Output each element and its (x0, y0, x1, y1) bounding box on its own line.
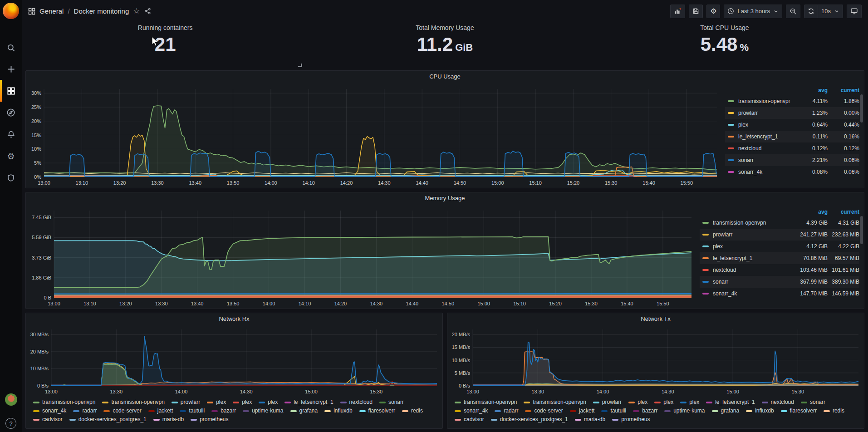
legend-row-le_letsencrypt_1[interactable]: le_letsencrypt_170.86 MiB69.57 MiB (700, 252, 859, 264)
legend-row-sonarr[interactable]: sonarr2.21%0.06% (725, 154, 859, 166)
legend-row-nextcloud[interactable]: nextcloud0.12%0.12% (725, 142, 859, 154)
legend-row-plex[interactable]: plex4.12 GiB4.22 GiB (700, 241, 859, 252)
legend-item-prowlarr[interactable]: prowlarr (593, 398, 622, 407)
breadcrumb-folder[interactable]: General (39, 7, 64, 15)
legend-item-radarr[interactable]: radarr (495, 407, 518, 415)
legend-item-tautulli[interactable]: tautulli (180, 407, 205, 415)
refresh-interval-picker[interactable]: 10s (818, 5, 843, 18)
legend-item-plex[interactable]: plex (680, 398, 699, 407)
legend-row-transmission-openvpn[interactable]: transmission-openvpn4.11%1.86% (725, 95, 859, 107)
legend-item-radarr[interactable]: radarr (73, 407, 97, 415)
panel-title[interactable]: Network Tx (447, 313, 864, 325)
legend-item-jackett[interactable]: jackett (148, 407, 173, 415)
legend-item-transmission-openvpn[interactable]: transmission-openvpn (33, 398, 95, 407)
add-panel-button[interactable]: + (670, 5, 685, 18)
legend-item-influxdb[interactable]: influxdb (324, 407, 352, 415)
explore-compass-icon[interactable] (0, 103, 22, 122)
legend-item-uptime-kuma[interactable]: uptime-kuma (243, 407, 283, 415)
network-rx-chart[interactable]: 13:0013:3014:0014:3015:0015:300 B/s10 MB… (26, 325, 442, 397)
alerting-bell-icon[interactable] (0, 125, 22, 143)
legend-row-sonarr[interactable]: sonarr367.99 MiB389.30 MiB (700, 276, 859, 288)
legend-row-sonarr_4k[interactable]: sonarr_4k147.70 MiB146.59 MiB (700, 288, 859, 299)
refresh-button[interactable] (804, 5, 818, 18)
legend-item-code-server[interactable]: code-server (525, 407, 563, 415)
time-range-picker[interactable]: Last 3 hours (724, 5, 782, 18)
stat-title[interactable]: Total CPU Usage (700, 24, 749, 31)
legend-scrollbar[interactable] (860, 216, 863, 244)
legend-item-sonarr_4k[interactable]: sonarr_4k (455, 407, 488, 415)
legend-item-sonarr_4k[interactable]: sonarr_4k (33, 407, 66, 415)
legend-item-bazarr[interactable]: bazarr (211, 407, 236, 415)
legend-item-prometheus[interactable]: prometheus (191, 415, 228, 424)
legend-item-plex[interactable]: plex (233, 398, 252, 407)
legend-item-le_letsencrypt_1[interactable]: le_letsencrypt_1 (284, 398, 333, 407)
legend-item-transmission-openvpn[interactable]: transmission-openvpn (524, 398, 586, 407)
legend-avg-header[interactable]: avg (790, 87, 828, 93)
stat-title[interactable]: Running containers (138, 24, 193, 31)
panel-title[interactable]: CPU Usage (26, 71, 864, 83)
legend-item-plex[interactable]: plex (628, 398, 647, 407)
legend-row-le_letsencrypt_1[interactable]: le_letsencrypt_10.11%0.16% (725, 131, 859, 142)
legend-item-code-server[interactable]: code-server (103, 407, 141, 415)
legend-item-influxdb[interactable]: influxdb (746, 407, 774, 415)
save-dashboard-button[interactable] (689, 5, 703, 18)
legend-item-flaresolverr[interactable]: flaresolverr (781, 407, 817, 415)
search-icon[interactable] (0, 39, 22, 57)
legend-item-plex[interactable]: plex (654, 398, 673, 407)
legend-current-header[interactable]: current (828, 87, 859, 93)
legend-item-maria-db[interactable]: maria-db (153, 415, 184, 424)
grafana-logo-icon[interactable] (3, 3, 19, 19)
legend-item-sonarr[interactable]: sonarr (801, 398, 825, 407)
user-avatar[interactable] (0, 390, 22, 408)
legend-row-transmission-openvpn[interactable]: transmission-openvpn4.39 GiB4.31 GiB (700, 217, 859, 229)
legend-item-uptime-kuma[interactable]: uptime-kuma (664, 407, 705, 415)
memory-usage-chart[interactable]: 13:0013:1013:2013:3013:4013:5014:0014:10… (26, 204, 698, 309)
dashboard-settings-button[interactable]: ⚙ (706, 5, 720, 18)
legend-row-prowlarr[interactable]: prowlarr1.23%0.00% (725, 107, 859, 119)
legend-item-docker-services_postgres_1[interactable]: docker-services_postgres_1 (69, 415, 147, 424)
legend-item-flaresolverr[interactable]: flaresolverr (359, 407, 395, 415)
panel-title[interactable]: Network Rx (26, 313, 442, 325)
legend-item-le_letsencrypt_1[interactable]: le_letsencrypt_1 (706, 398, 755, 407)
legend-item-redis[interactable]: redis (402, 407, 423, 415)
legend-item-nextcloud[interactable]: nextcloud (762, 398, 794, 407)
share-icon[interactable] (144, 8, 151, 15)
configuration-gear-icon[interactable]: ⚙ (0, 147, 22, 165)
legend-item-plex[interactable]: plex (207, 398, 226, 407)
breadcrumb-dashboard-title[interactable]: Docker monitoring (74, 7, 129, 15)
server-admin-shield-icon[interactable] (0, 169, 22, 187)
legend-row-plex[interactable]: plex0.64%0.44% (725, 119, 859, 131)
legend-item-maria-db[interactable]: maria-db (575, 415, 605, 424)
legend-row-sonarr_4k[interactable]: sonarr_4k0.08%0.06% (725, 166, 859, 178)
legend-row-nextcloud[interactable]: nextcloud103.46 MiB101.61 MiB (700, 264, 859, 276)
legend-scrollbar[interactable] (860, 94, 863, 123)
legend-item-redis[interactable]: redis (824, 407, 844, 415)
cpu-usage-chart[interactable]: 13:0013:1013:2013:3013:4013:5014:0014:10… (26, 83, 723, 188)
legend-item-nextcloud[interactable]: nextcloud (340, 398, 373, 407)
network-tx-chart[interactable]: 13:0013:3014:0014:3015:0015:300 B/s5 MB/… (447, 325, 864, 397)
tv-mode-button[interactable] (847, 5, 862, 18)
legend-item-grafana[interactable]: grafana (290, 407, 318, 415)
legend-avg-header[interactable]: avg (790, 209, 828, 215)
legend-item-jackett[interactable]: jackett (570, 407, 595, 415)
legend-item-cadvisor[interactable]: cadvisor (33, 415, 63, 424)
legend-row-prowlarr[interactable]: prowlarr241.27 MiB232.63 MiB (700, 229, 859, 241)
legend-item-bazarr[interactable]: bazarr (633, 407, 657, 415)
panel-title[interactable]: Memory Usage (26, 192, 864, 204)
legend-item-prowlarr[interactable]: prowlarr (172, 398, 200, 407)
create-add-icon[interactable] (0, 60, 22, 78)
legend-item-grafana[interactable]: grafana (712, 407, 740, 415)
dashboards-icon[interactable] (0, 82, 22, 100)
legend-item-docker-services_postgres_1[interactable]: docker-services_postgres_1 (491, 415, 568, 424)
legend-item-transmission-openvpn[interactable]: transmission-openvpn (455, 398, 517, 407)
legend-current-header[interactable]: current (828, 209, 859, 215)
legend-item-tautulli[interactable]: tautulli (601, 407, 626, 415)
legend-item-transmission-openvpn[interactable]: transmission-openvpn (102, 398, 164, 407)
legend-item-prometheus[interactable]: prometheus (612, 415, 650, 424)
stat-title[interactable]: Total Memory Usage (416, 24, 474, 31)
zoom-out-button[interactable] (786, 5, 800, 18)
legend-item-cadvisor[interactable]: cadvisor (455, 415, 484, 424)
legend-item-plex[interactable]: plex (259, 398, 278, 407)
star-icon[interactable]: ☆ (133, 7, 140, 15)
legend-item-sonarr[interactable]: sonarr (379, 398, 404, 407)
